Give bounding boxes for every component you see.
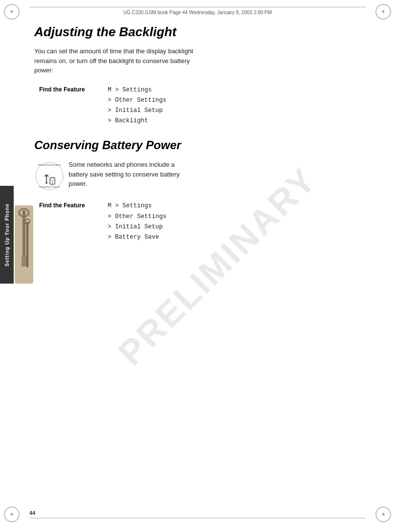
footer-page-number: 44 [29,510,35,516]
tool-illustration [15,205,33,284]
corner-decoration-tl [4,4,20,20]
s2-step-3: > Initial Setup [108,222,166,232]
section1-title: Adjusting the Backlight [34,24,366,40]
note-area: Network/Subscription Dependent Feature S… [34,160,366,191]
step-4: > Backlight [108,116,166,126]
section2-find-feature-label: Find the Feature [39,201,108,243]
wrench-svg [17,208,31,281]
section2-feature-table: Find the Feature M > Settings > Other Se… [39,201,366,243]
section2-title: Conserving Battery Power [34,138,366,153]
side-tab: Setting Up Your Phone [0,186,14,284]
svg-rect-2 [22,257,26,266]
header-bar: UG.C330.GSM.book Page 44 Wednesday, Janu… [29,7,366,18]
section2-feature-steps: M > Settings > Other Settings > Initial … [108,201,166,243]
page: UG.C330.GSM.book Page 44 Wednesday, Janu… [0,0,395,532]
step-2: > Other Settings [108,95,166,106]
section1-body: You can set the amount of time that the … [34,46,366,75]
svg-text:Dependent Feature: Dependent Feature [39,185,60,188]
corner-decoration-tr [375,4,391,20]
header-text: UG.C330.GSM.book Page 44 Wednesday, Janu… [123,10,272,15]
corner-decoration-br [375,507,391,522]
network-icon-area: Network/Subscription Dependent Feature [34,160,69,191]
side-tab-label: Setting Up Your Phone [4,203,10,266]
network-subscription-icon: Network/Subscription Dependent Feature [34,161,65,191]
step-3: > Initial Setup [108,106,166,116]
svg-text:Network/Subscription: Network/Subscription [38,163,61,166]
s2-step-1: M > Settings [108,201,166,211]
corner-decoration-bl [4,507,20,522]
svg-rect-11 [51,178,54,182]
section1-feature-steps: M > Settings > Other Settings > Initial … [108,85,166,127]
main-content: Adjusting the Backlight You can set the … [34,24,366,503]
svg-point-9 [46,182,47,184]
s2-step-4: > Battery Save [108,232,166,243]
footer-bar: 44 [29,510,366,518]
section1-feature-table: Find the Feature M > Settings > Other Se… [39,85,366,127]
s2-step-2: > Other Settings [108,212,166,222]
section1-find-feature-label: Find the Feature [39,85,108,127]
svg-point-12 [52,183,53,184]
svg-rect-0 [23,210,25,259]
step-1: M > Settings [108,85,166,95]
section2-note-text: Some networks and phones include a batte… [69,160,366,189]
